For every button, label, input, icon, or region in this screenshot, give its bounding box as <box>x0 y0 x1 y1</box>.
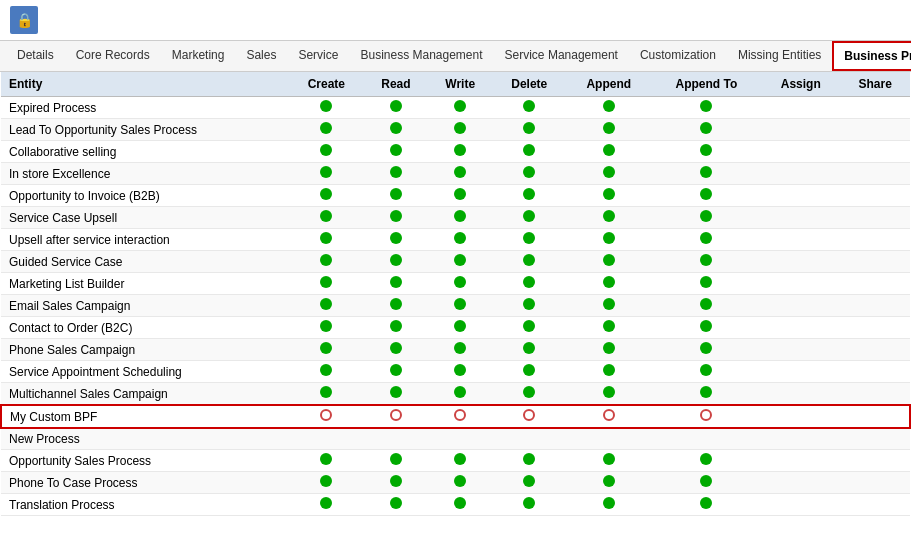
permission-cell-read[interactable] <box>364 251 428 273</box>
permission-cell-delete[interactable] <box>493 141 566 163</box>
permission-cell-append_to[interactable] <box>652 229 762 251</box>
tab-service-management[interactable]: Service Management <box>494 41 629 71</box>
permission-cell-create[interactable] <box>289 229 364 251</box>
permission-cell-read[interactable] <box>364 163 428 185</box>
permission-cell-write[interactable] <box>428 405 493 428</box>
permission-cell-append[interactable] <box>566 251 652 273</box>
permission-cell-assign[interactable] <box>761 383 840 406</box>
permission-cell-write[interactable] <box>428 317 493 339</box>
permission-cell-append[interactable] <box>566 317 652 339</box>
permission-cell-append_to[interactable] <box>652 405 762 428</box>
permission-cell-append_to[interactable] <box>652 185 762 207</box>
tab-missing-entities[interactable]: Missing Entities <box>727 41 832 71</box>
permission-cell-assign[interactable] <box>761 317 840 339</box>
permission-cell-assign[interactable] <box>761 295 840 317</box>
permission-cell-share[interactable] <box>840 251 910 273</box>
permission-cell-append[interactable] <box>566 361 652 383</box>
permission-cell-share[interactable] <box>840 472 910 494</box>
permission-cell-create[interactable] <box>289 97 364 119</box>
permission-cell-assign[interactable] <box>761 472 840 494</box>
permission-cell-read[interactable] <box>364 361 428 383</box>
permission-cell-write[interactable] <box>428 119 493 141</box>
permission-cell-write[interactable] <box>428 97 493 119</box>
permission-cell-append_to[interactable] <box>652 141 762 163</box>
permission-cell-append[interactable] <box>566 273 652 295</box>
permission-cell-create[interactable] <box>289 494 364 516</box>
permission-cell-delete[interactable] <box>493 229 566 251</box>
permission-cell-write[interactable] <box>428 251 493 273</box>
permission-cell-delete[interactable] <box>493 207 566 229</box>
permission-cell-delete[interactable] <box>493 405 566 428</box>
permission-cell-append[interactable] <box>566 119 652 141</box>
permission-cell-create[interactable] <box>289 141 364 163</box>
permission-cell-share[interactable] <box>840 317 910 339</box>
permission-cell-append_to[interactable] <box>652 119 762 141</box>
permission-cell-assign[interactable] <box>761 229 840 251</box>
permission-cell-read[interactable] <box>364 141 428 163</box>
permission-cell-assign[interactable] <box>761 450 840 472</box>
permission-cell-share[interactable] <box>840 405 910 428</box>
permission-cell-read[interactable] <box>364 185 428 207</box>
permission-cell-write[interactable] <box>428 494 493 516</box>
permission-cell-write[interactable] <box>428 295 493 317</box>
permission-cell-write[interactable] <box>428 450 493 472</box>
permission-cell-assign[interactable] <box>761 119 840 141</box>
permission-cell-create[interactable] <box>289 450 364 472</box>
permission-cell-delete[interactable] <box>493 295 566 317</box>
permission-cell-read[interactable] <box>364 97 428 119</box>
permission-cell-create[interactable] <box>289 207 364 229</box>
permission-cell-delete[interactable] <box>493 428 566 450</box>
permission-cell-append_to[interactable] <box>652 383 762 406</box>
permission-cell-read[interactable] <box>364 317 428 339</box>
permission-cell-append_to[interactable] <box>652 251 762 273</box>
permission-cell-append_to[interactable] <box>652 317 762 339</box>
permission-cell-append[interactable] <box>566 428 652 450</box>
permission-cell-append[interactable] <box>566 472 652 494</box>
tab-service[interactable]: Service <box>287 41 349 71</box>
permission-cell-append[interactable] <box>566 229 652 251</box>
permission-cell-assign[interactable] <box>761 428 840 450</box>
permission-cell-share[interactable] <box>840 207 910 229</box>
permission-cell-append[interactable] <box>566 450 652 472</box>
permission-cell-create[interactable] <box>289 317 364 339</box>
permission-cell-assign[interactable] <box>761 405 840 428</box>
permission-cell-read[interactable] <box>364 207 428 229</box>
permission-cell-create[interactable] <box>289 361 364 383</box>
permission-cell-write[interactable] <box>428 472 493 494</box>
permission-cell-create[interactable] <box>289 405 364 428</box>
permission-cell-write[interactable] <box>428 141 493 163</box>
permission-cell-delete[interactable] <box>493 185 566 207</box>
permission-cell-read[interactable] <box>364 405 428 428</box>
permission-cell-write[interactable] <box>428 273 493 295</box>
permission-cell-create[interactable] <box>289 119 364 141</box>
permission-cell-append[interactable] <box>566 494 652 516</box>
permission-cell-delete[interactable] <box>493 163 566 185</box>
permission-cell-read[interactable] <box>364 494 428 516</box>
permission-cell-delete[interactable] <box>493 119 566 141</box>
permission-cell-delete[interactable] <box>493 450 566 472</box>
permission-cell-share[interactable] <box>840 141 910 163</box>
permission-cell-share[interactable] <box>840 428 910 450</box>
permission-cell-create[interactable] <box>289 185 364 207</box>
permission-cell-create[interactable] <box>289 472 364 494</box>
permission-cell-delete[interactable] <box>493 251 566 273</box>
permission-cell-share[interactable] <box>840 119 910 141</box>
permission-cell-assign[interactable] <box>761 207 840 229</box>
permission-cell-delete[interactable] <box>493 383 566 406</box>
permission-cell-create[interactable] <box>289 295 364 317</box>
permission-cell-delete[interactable] <box>493 472 566 494</box>
permission-cell-append[interactable] <box>566 383 652 406</box>
permission-cell-delete[interactable] <box>493 273 566 295</box>
permission-cell-append[interactable] <box>566 185 652 207</box>
permission-cell-share[interactable] <box>840 494 910 516</box>
permission-cell-share[interactable] <box>840 229 910 251</box>
permission-cell-write[interactable] <box>428 428 493 450</box>
permission-cell-write[interactable] <box>428 339 493 361</box>
permission-cell-share[interactable] <box>840 450 910 472</box>
permission-cell-delete[interactable] <box>493 361 566 383</box>
permission-cell-append[interactable] <box>566 207 652 229</box>
permission-cell-create[interactable] <box>289 273 364 295</box>
permission-cell-assign[interactable] <box>761 251 840 273</box>
permission-cell-write[interactable] <box>428 207 493 229</box>
permission-cell-assign[interactable] <box>761 185 840 207</box>
